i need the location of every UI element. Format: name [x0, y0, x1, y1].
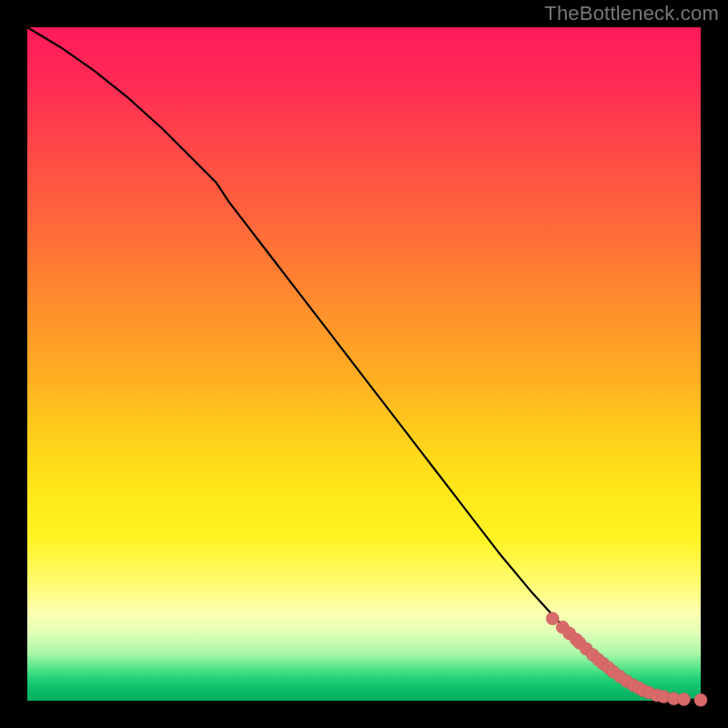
- bottleneck-curve: [27, 27, 701, 700]
- scatter-point: [694, 693, 707, 706]
- plot-area: [27, 27, 701, 701]
- scatter-point: [678, 693, 691, 706]
- scatter-points: [546, 612, 707, 707]
- chart-frame: TheBottleneck.com: [0, 0, 728, 728]
- scatter-point: [546, 612, 559, 625]
- chart-svg: [27, 27, 701, 701]
- watermark-text: TheBottleneck.com: [544, 2, 719, 25]
